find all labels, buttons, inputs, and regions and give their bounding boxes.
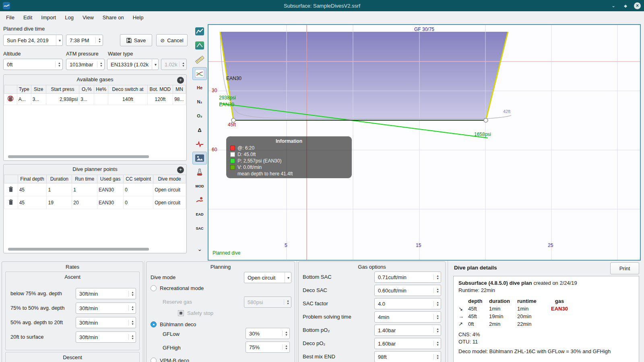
planner-point-row[interactable]: 45 19 20 EAN30 0 Open circuit: [4, 196, 186, 209]
horizontal-scrollbar[interactable]: [8, 155, 149, 158]
spin-up-icon[interactable]: ▲: [436, 288, 439, 290]
deco-po2-spinner[interactable]: 1.60bar▲▼: [374, 338, 441, 349]
spin-down-icon[interactable]: ▼: [436, 317, 439, 320]
spin-up-icon[interactable]: ▲: [58, 62, 61, 64]
recreational-mode-radio[interactable]: Recreational mode: [151, 285, 204, 291]
ascent-rate-1-spinner[interactable]: 30ft/min▲▼: [76, 288, 136, 299]
deco-sac-spinner[interactable]: 0.60cuft/min▲▼: [374, 285, 441, 296]
panel-splitter[interactable]: [296, 261, 298, 362]
bottom-po2-spinner[interactable]: 1.40bar▲▼: [374, 325, 441, 336]
spin-down-icon[interactable]: ▼: [436, 357, 439, 360]
chevron-down-icon[interactable]: ▾: [285, 272, 289, 283]
delete-point-icon[interactable]: [8, 186, 14, 192]
date-combobox[interactable]: Sun Feb 24, 2019 ▾: [3, 35, 63, 46]
he-toggle-button[interactable]: He: [192, 81, 207, 94]
information-tooltip[interactable]: Information @: 6:20 D: 45.0ft P: 2,557ps…: [226, 136, 352, 178]
column-header-cc-setpoint[interactable]: CC setpoint: [124, 175, 153, 183]
water-type-combobox[interactable]: EN13319 (1.02k ▾: [107, 59, 159, 70]
spin-down-icon[interactable]: ▼: [131, 337, 134, 340]
menu-share-on[interactable]: Share on: [98, 12, 128, 23]
vpmb-deco-radio[interactable]: VPM-B deco: [151, 358, 189, 362]
dive-plan-text[interactable]: Subsurface (4.8.5.0) dive plan created o…: [453, 276, 639, 362]
spin-down-icon[interactable]: ▼: [58, 64, 61, 67]
atm-pressure-spinner[interactable]: 1013mbar ▲▼: [66, 59, 105, 70]
spin-down-icon[interactable]: ▼: [98, 40, 101, 43]
column-header-size[interactable]: Size: [31, 85, 46, 94]
spin-up-icon[interactable]: ▲: [436, 354, 439, 357]
add-point-button[interactable]: +: [177, 167, 184, 173]
column-header-final-depth[interactable]: Final depth: [18, 175, 47, 183]
spin-down-icon[interactable]: ▼: [287, 302, 289, 305]
sac-factor-spinner[interactable]: 4.0▲▼: [374, 298, 441, 309]
spin-down-icon[interactable]: ▼: [436, 330, 439, 333]
spin-up-icon[interactable]: ▲: [131, 320, 134, 323]
column-header[interactable]: [4, 175, 18, 183]
spin-up-icon[interactable]: ▲: [182, 62, 185, 64]
spin-up-icon[interactable]: ▲: [436, 274, 439, 277]
spin-down-icon[interactable]: ▼: [436, 304, 439, 306]
spin-down-icon[interactable]: ▼: [131, 323, 134, 325]
minimize-icon[interactable]: ⌄: [610, 2, 617, 9]
ascent-rate-2-spinner[interactable]: 30ft/min▲▼: [76, 302, 136, 314]
dc-reported-button[interactable]: [192, 194, 207, 207]
mod-toggle-button[interactable]: MOD: [192, 180, 207, 193]
spin-up-icon[interactable]: ▲: [287, 299, 289, 302]
spin-down-icon[interactable]: ▼: [436, 343, 439, 346]
tissues-button[interactable]: [192, 166, 207, 179]
menu-file[interactable]: File: [2, 12, 19, 23]
ascent-rate-3-spinner[interactable]: 30ft/min▲▼: [76, 317, 136, 328]
spin-up-icon[interactable]: ▲: [98, 37, 101, 40]
spin-up-icon[interactable]: ▲: [131, 291, 134, 294]
column-header-mnd[interactable]: MN: [173, 85, 186, 94]
print-button[interactable]: Print: [610, 262, 639, 274]
column-header-o2[interactable]: O₂%: [79, 85, 94, 94]
delete-point-icon[interactable]: [8, 199, 14, 205]
profile-chart-button[interactable]: [192, 25, 207, 38]
spin-up-icon[interactable]: ▲: [436, 327, 439, 330]
spin-down-icon[interactable]: ▼: [285, 333, 288, 336]
spin-up-icon[interactable]: ▲: [285, 344, 288, 347]
spin-down-icon[interactable]: ▼: [436, 277, 439, 280]
altitude-spinner[interactable]: 0ft ▲▼: [3, 59, 63, 70]
save-button[interactable]: Save: [120, 34, 152, 46]
horizontal-scrollbar[interactable]: [8, 248, 149, 251]
menu-help[interactable]: Help: [128, 12, 148, 23]
sac-toggle-button[interactable]: SAC: [192, 222, 207, 235]
column-header-deco-switch[interactable]: Deco switch at: [108, 85, 147, 94]
column-header-dive-mode[interactable]: Dive mode: [153, 175, 186, 183]
menu-log[interactable]: Log: [60, 12, 78, 23]
spin-up-icon[interactable]: ▲: [436, 301, 439, 304]
column-header-duration[interactable]: Duration: [47, 175, 72, 183]
ead-toggle-button[interactable]: EAD: [192, 208, 207, 221]
spin-down-icon[interactable]: ▼: [436, 290, 439, 293]
spin-down-icon[interactable]: ▼: [285, 347, 288, 350]
spin-down-icon[interactable]: ▼: [182, 64, 185, 67]
ruler-button[interactable]: [192, 53, 207, 66]
spin-up-icon[interactable]: ▲: [131, 305, 134, 308]
gflow-spinner[interactable]: 30%▲▼: [246, 328, 290, 339]
delete-gas-icon[interactable]: [7, 95, 14, 102]
spin-down-icon[interactable]: ▼: [100, 64, 103, 67]
spin-up-icon[interactable]: ▲: [436, 314, 439, 317]
photos-button[interactable]: [192, 152, 207, 165]
menu-import[interactable]: Import: [37, 12, 60, 23]
problem-solving-time-spinner[interactable]: 4min▲▼: [374, 311, 441, 323]
chevron-down-icon[interactable]: ▾: [56, 35, 61, 45]
o2-toggle-button[interactable]: O₂: [192, 109, 207, 122]
column-header[interactable]: [4, 85, 17, 94]
column-header-he[interactable]: He%: [94, 85, 108, 94]
column-header-used-gas[interactable]: Used gas: [97, 175, 124, 183]
bottom-sac-spinner[interactable]: 0.71cuft/min▲▼: [374, 272, 441, 283]
add-gas-button[interactable]: +: [177, 77, 184, 84]
spin-down-icon[interactable]: ▼: [131, 308, 134, 311]
titlebar[interactable]: Subsurface: SampleDivesV2.ssrf ⌄ ◆ ×: [0, 0, 644, 11]
dive-profile-chart[interactable]: GF 30/75 EAN30 2938psi EAN30 45ft 42ft 1…: [208, 24, 641, 261]
column-header-type[interactable]: Type: [17, 85, 31, 94]
menu-edit[interactable]: Edit: [19, 12, 37, 23]
gas-delta-button[interactable]: Δ: [192, 123, 207, 136]
time-spinner[interactable]: 7:38 PM ▲▼: [66, 35, 103, 46]
ascent-rate-4-spinner[interactable]: 30ft/min▲▼: [76, 331, 136, 343]
scale-button[interactable]: [192, 39, 207, 52]
spin-up-icon[interactable]: ▲: [131, 334, 134, 337]
dive-mode-combobox[interactable]: Open circuit▾: [244, 272, 291, 283]
